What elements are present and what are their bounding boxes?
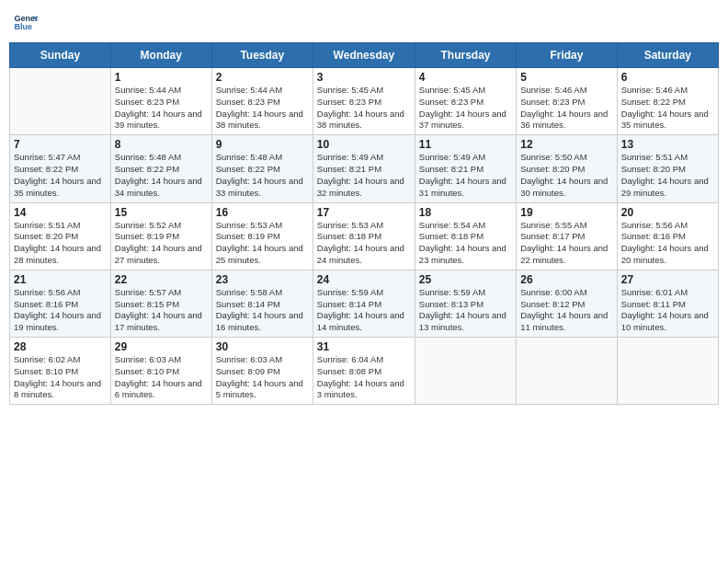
day-number: 19 [520, 206, 612, 219]
day-number: 31 [317, 340, 411, 353]
day-number: 29 [115, 340, 208, 353]
day-number: 11 [419, 138, 512, 151]
day-info: Sunrise: 5:50 AM Sunset: 8:20 PM Dayligh… [520, 152, 612, 199]
day-cell-19: 19 Sunrise: 5:55 AM Sunset: 8:17 PM Dayl… [517, 202, 617, 270]
day-cell-26: 26 Sunrise: 6:00 AM Sunset: 8:12 PM Dayl… [517, 270, 617, 337]
day-number: 16 [216, 206, 309, 219]
day-number: 13 [621, 138, 714, 151]
day-info: Sunrise: 5:45 AM Sunset: 8:23 PM Dayligh… [419, 85, 512, 132]
day-cell-14: 14 Sunrise: 5:51 AM Sunset: 8:20 PM Dayl… [10, 202, 111, 270]
logo-icon: General Blue [13, 9, 39, 35]
day-info: Sunrise: 5:47 AM Sunset: 8:22 PM Dayligh… [14, 152, 107, 199]
day-number: 10 [317, 138, 411, 151]
logo: General Blue [13, 9, 39, 35]
day-cell-12: 12 Sunrise: 5:50 AM Sunset: 8:20 PM Dayl… [517, 135, 617, 202]
day-info: Sunrise: 5:44 AM Sunset: 8:23 PM Dayligh… [216, 85, 309, 132]
day-info: Sunrise: 5:55 AM Sunset: 8:17 PM Dayligh… [520, 220, 612, 267]
day-info: Sunrise: 5:58 AM Sunset: 8:14 PM Dayligh… [216, 287, 309, 334]
day-cell-11: 11 Sunrise: 5:49 AM Sunset: 8:21 PM Dayl… [415, 135, 516, 202]
day-cell-10: 10 Sunrise: 5:49 AM Sunset: 8:21 PM Dayl… [313, 135, 415, 202]
day-cell-24: 24 Sunrise: 5:59 AM Sunset: 8:14 PM Dayl… [313, 270, 415, 337]
weekday-header-sunday: Sunday [10, 43, 111, 68]
day-number: 8 [115, 138, 208, 151]
day-cell-1: 1 Sunrise: 5:44 AM Sunset: 8:23 PM Dayli… [110, 68, 211, 135]
day-cell-15: 15 Sunrise: 5:52 AM Sunset: 8:19 PM Dayl… [110, 202, 211, 270]
empty-cell [10, 68, 111, 135]
day-info: Sunrise: 6:03 AM Sunset: 8:10 PM Dayligh… [115, 354, 208, 401]
week-row-5: 28 Sunrise: 6:02 AM Sunset: 8:10 PM Dayl… [10, 338, 719, 405]
day-number: 12 [520, 138, 612, 151]
day-info: Sunrise: 5:57 AM Sunset: 8:15 PM Dayligh… [115, 287, 208, 334]
day-number: 24 [317, 273, 411, 286]
day-cell-8: 8 Sunrise: 5:48 AM Sunset: 8:22 PM Dayli… [110, 135, 211, 202]
day-info: Sunrise: 5:54 AM Sunset: 8:18 PM Dayligh… [419, 220, 512, 267]
day-number: 20 [621, 206, 714, 219]
empty-cell [517, 338, 617, 405]
day-info: Sunrise: 5:46 AM Sunset: 8:23 PM Dayligh… [520, 85, 612, 132]
day-cell-29: 29 Sunrise: 6:03 AM Sunset: 8:10 PM Dayl… [110, 338, 211, 405]
day-cell-18: 18 Sunrise: 5:54 AM Sunset: 8:18 PM Dayl… [415, 202, 516, 270]
day-cell-2: 2 Sunrise: 5:44 AM Sunset: 8:23 PM Dayli… [211, 68, 313, 135]
day-number: 17 [317, 206, 411, 219]
day-number: 5 [520, 71, 612, 84]
day-cell-23: 23 Sunrise: 5:58 AM Sunset: 8:14 PM Dayl… [211, 270, 313, 337]
day-cell-6: 6 Sunrise: 5:46 AM Sunset: 8:22 PM Dayli… [617, 68, 718, 135]
day-number: 1 [115, 71, 208, 84]
day-info: Sunrise: 5:51 AM Sunset: 8:20 PM Dayligh… [621, 152, 714, 199]
day-info: Sunrise: 6:04 AM Sunset: 8:08 PM Dayligh… [317, 354, 411, 401]
day-info: Sunrise: 5:46 AM Sunset: 8:22 PM Dayligh… [621, 85, 714, 132]
day-info: Sunrise: 5:48 AM Sunset: 8:22 PM Dayligh… [216, 152, 309, 199]
day-number: 26 [520, 273, 612, 286]
day-cell-30: 30 Sunrise: 6:03 AM Sunset: 8:09 PM Dayl… [211, 338, 313, 405]
day-info: Sunrise: 5:56 AM Sunset: 8:16 PM Dayligh… [14, 287, 107, 334]
calendar-table: SundayMondayTuesdayWednesdayThursdayFrid… [9, 42, 719, 405]
day-info: Sunrise: 5:53 AM Sunset: 8:19 PM Dayligh… [216, 220, 309, 267]
day-number: 14 [14, 206, 107, 219]
weekday-header-row: SundayMondayTuesdayWednesdayThursdayFrid… [10, 43, 719, 68]
day-cell-28: 28 Sunrise: 6:02 AM Sunset: 8:10 PM Dayl… [10, 338, 111, 405]
day-cell-9: 9 Sunrise: 5:48 AM Sunset: 8:22 PM Dayli… [211, 135, 313, 202]
weekday-header-thursday: Thursday [415, 43, 516, 68]
day-info: Sunrise: 5:53 AM Sunset: 8:18 PM Dayligh… [317, 220, 411, 267]
day-number: 25 [419, 273, 512, 286]
day-info: Sunrise: 5:51 AM Sunset: 8:20 PM Dayligh… [14, 220, 107, 267]
day-cell-5: 5 Sunrise: 5:46 AM Sunset: 8:23 PM Dayli… [517, 68, 617, 135]
day-number: 2 [216, 71, 309, 84]
day-info: Sunrise: 5:59 AM Sunset: 8:14 PM Dayligh… [317, 287, 411, 334]
day-info: Sunrise: 5:49 AM Sunset: 8:21 PM Dayligh… [317, 152, 411, 199]
week-row-4: 21 Sunrise: 5:56 AM Sunset: 8:16 PM Dayl… [10, 270, 719, 337]
empty-cell [415, 338, 516, 405]
day-cell-7: 7 Sunrise: 5:47 AM Sunset: 8:22 PM Dayli… [10, 135, 111, 202]
day-cell-4: 4 Sunrise: 5:45 AM Sunset: 8:23 PM Dayli… [415, 68, 516, 135]
day-number: 18 [419, 206, 512, 219]
day-cell-31: 31 Sunrise: 6:04 AM Sunset: 8:08 PM Dayl… [313, 338, 415, 405]
day-info: Sunrise: 6:00 AM Sunset: 8:12 PM Dayligh… [520, 287, 612, 334]
day-number: 22 [115, 273, 208, 286]
day-info: Sunrise: 6:02 AM Sunset: 8:10 PM Dayligh… [14, 354, 107, 401]
weekday-header-tuesday: Tuesday [211, 43, 313, 68]
week-row-1: 1 Sunrise: 5:44 AM Sunset: 8:23 PM Dayli… [10, 68, 719, 135]
day-cell-16: 16 Sunrise: 5:53 AM Sunset: 8:19 PM Dayl… [211, 202, 313, 270]
day-cell-27: 27 Sunrise: 6:01 AM Sunset: 8:11 PM Dayl… [617, 270, 718, 337]
day-info: Sunrise: 5:52 AM Sunset: 8:19 PM Dayligh… [115, 220, 208, 267]
page-header: General Blue [9, 9, 719, 35]
week-row-3: 14 Sunrise: 5:51 AM Sunset: 8:20 PM Dayl… [10, 202, 719, 270]
day-number: 15 [115, 206, 208, 219]
day-cell-22: 22 Sunrise: 5:57 AM Sunset: 8:15 PM Dayl… [110, 270, 211, 337]
day-cell-3: 3 Sunrise: 5:45 AM Sunset: 8:23 PM Dayli… [313, 68, 415, 135]
day-number: 21 [14, 273, 107, 286]
weekday-header-saturday: Saturday [617, 43, 718, 68]
weekday-header-wednesday: Wednesday [313, 43, 415, 68]
day-number: 3 [317, 71, 411, 84]
day-cell-13: 13 Sunrise: 5:51 AM Sunset: 8:20 PM Dayl… [617, 135, 718, 202]
day-info: Sunrise: 5:49 AM Sunset: 8:21 PM Dayligh… [419, 152, 512, 199]
day-cell-25: 25 Sunrise: 5:59 AM Sunset: 8:13 PM Dayl… [415, 270, 516, 337]
empty-cell [617, 338, 718, 405]
day-info: Sunrise: 6:03 AM Sunset: 8:09 PM Dayligh… [216, 354, 309, 401]
day-info: Sunrise: 5:45 AM Sunset: 8:23 PM Dayligh… [317, 85, 411, 132]
day-info: Sunrise: 5:59 AM Sunset: 8:13 PM Dayligh… [419, 287, 512, 334]
day-cell-21: 21 Sunrise: 5:56 AM Sunset: 8:16 PM Dayl… [10, 270, 111, 337]
day-number: 6 [621, 71, 714, 84]
day-info: Sunrise: 6:01 AM Sunset: 8:11 PM Dayligh… [621, 287, 714, 334]
weekday-header-monday: Monday [110, 43, 211, 68]
